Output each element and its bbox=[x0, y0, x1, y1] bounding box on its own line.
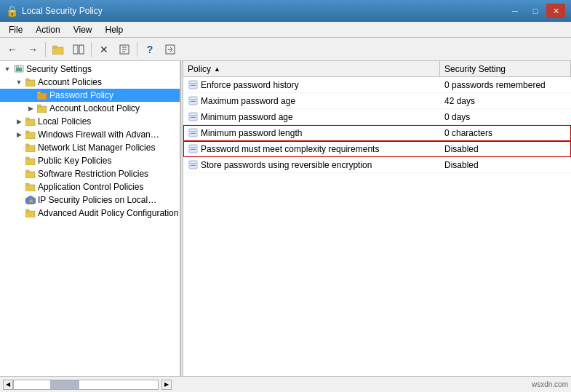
list-row-4[interactable]: Password must meet complexity requiremen… bbox=[183, 141, 571, 157]
close-button[interactable]: ✕ bbox=[546, 4, 565, 18]
svg-rect-33 bbox=[25, 211, 35, 217]
title-bar: 🔒 Local Security Policy ─ □ ✕ bbox=[0, 0, 571, 22]
setting-col-label: Security Setting bbox=[444, 64, 506, 74]
expand-security: ▼ bbox=[1, 63, 13, 76]
software-restriction-label: Software Restriction Policies bbox=[38, 169, 148, 179]
tree-item-network-list[interactable]: Network List Manager Policies bbox=[0, 141, 180, 154]
policy-icon-3 bbox=[188, 128, 198, 138]
expand-software-restriction bbox=[13, 167, 25, 180]
windows-firewall-icon bbox=[25, 129, 36, 140]
svg-rect-13 bbox=[25, 80, 35, 87]
tree-item-account-policies[interactable]: ▼ Account Policies bbox=[0, 76, 180, 89]
public-key-label: Public Key Policies bbox=[38, 156, 111, 166]
menu-view[interactable]: View bbox=[68, 22, 98, 37]
expand-advanced-audit bbox=[13, 207, 25, 220]
setting-value-2: 0 days bbox=[444, 112, 470, 122]
tree-item-software-restriction[interactable]: Software Restriction Policies bbox=[0, 167, 180, 180]
menu-file[interactable]: File bbox=[3, 22, 28, 37]
svg-rect-28 bbox=[25, 170, 29, 172]
policy-icon-0 bbox=[188, 80, 198, 90]
svg-rect-17 bbox=[37, 106, 47, 113]
tree-item-application-control[interactable]: Application Control Policies bbox=[0, 180, 180, 193]
setting-cell-5: Disabled bbox=[440, 160, 571, 170]
list-body: Enforce password history 0 passwords rem… bbox=[183, 77, 571, 376]
policy-cell-1: Maximum password age bbox=[183, 96, 440, 106]
account-policies-label: Account Policies bbox=[38, 77, 102, 87]
scroll-right-arrow[interactable]: ▶ bbox=[161, 380, 172, 390]
scroll-left-arrow[interactable]: ◀ bbox=[3, 380, 13, 390]
tree-item-public-key[interactable]: Public Key Policies bbox=[0, 154, 180, 167]
expand-public-key bbox=[13, 154, 25, 167]
policy-cell-3: Minimum password length bbox=[183, 128, 440, 138]
svg-rect-47 bbox=[189, 145, 197, 153]
forward-button[interactable]: → bbox=[23, 40, 42, 59]
delete-button[interactable]: ✕ bbox=[95, 40, 113, 59]
svg-rect-19 bbox=[25, 119, 35, 126]
app-icon: 🔒 bbox=[6, 5, 17, 17]
svg-rect-16 bbox=[37, 92, 41, 94]
list-row-5[interactable]: Store passwords using reversible encrypt… bbox=[183, 157, 571, 173]
tree-item-windows-firewall[interactable]: ▶ Windows Firewall with Advanced Secu... bbox=[0, 128, 180, 141]
folder-button[interactable] bbox=[49, 40, 68, 59]
back-button[interactable]: ← bbox=[3, 40, 22, 59]
policy-label-2: Minimum password age bbox=[201, 112, 293, 122]
properties-button[interactable] bbox=[115, 40, 134, 59]
setting-value-0: 0 passwords remembered bbox=[444, 80, 546, 90]
policy-icon-2 bbox=[188, 112, 198, 122]
account-policies-icon bbox=[25, 76, 36, 88]
list-panel: Policy ▲ Security Setting Enforce passwo… bbox=[183, 61, 571, 376]
security-settings-label: Security Settings bbox=[26, 64, 92, 74]
svg-rect-11 bbox=[16, 68, 22, 71]
tree-item-ip-security[interactable]: 🔒 IP Security Policies on Local Compute.… bbox=[0, 193, 180, 207]
policy-icon-1 bbox=[188, 96, 198, 106]
expand-account-policies: ▼ bbox=[13, 76, 25, 89]
help-button[interactable]: ? bbox=[140, 40, 159, 59]
svg-text:🔒: 🔒 bbox=[28, 198, 34, 204]
list-row-1[interactable]: Maximum password age 42 days bbox=[183, 93, 571, 109]
svg-rect-44 bbox=[189, 129, 197, 137]
policy-label-3: Minimum password length bbox=[201, 128, 302, 138]
list-header: Policy ▲ Security Setting bbox=[183, 61, 571, 77]
menu-help[interactable]: Help bbox=[100, 22, 129, 37]
svg-rect-24 bbox=[25, 144, 29, 146]
main-content: ▼ Security Settings ▼ Account Policies bbox=[0, 61, 571, 376]
tree-item-security-settings[interactable]: ▼ Security Settings bbox=[0, 63, 180, 76]
watermark: wsxdn.com bbox=[532, 380, 568, 388]
list-row-3[interactable]: Minimum password length 0 characters bbox=[183, 125, 571, 141]
toolbar-sep-3 bbox=[137, 42, 137, 57]
tree-item-advanced-audit[interactable]: Advanced Audit Policy Configuration bbox=[0, 207, 180, 220]
svg-rect-18 bbox=[37, 105, 41, 107]
policy-col-label: Policy bbox=[188, 64, 211, 74]
application-control-icon bbox=[25, 181, 36, 193]
list-row-2[interactable]: Minimum password age 0 days bbox=[183, 109, 571, 125]
svg-rect-20 bbox=[25, 118, 29, 120]
toolbar-sep-1 bbox=[45, 42, 46, 57]
svg-rect-35 bbox=[189, 81, 197, 89]
sort-arrow-policy: ▲ bbox=[214, 65, 220, 73]
network-list-label: Network List Manager Policies bbox=[38, 143, 155, 153]
expand-ip-security bbox=[13, 193, 25, 207]
svg-rect-23 bbox=[25, 145, 35, 152]
tree-item-local-policies[interactable]: ▶ Local Policies bbox=[0, 115, 180, 128]
menu-action[interactable]: Action bbox=[30, 22, 65, 37]
minimize-button[interactable]: ─ bbox=[506, 4, 524, 18]
ip-security-label: IP Security Policies on Local Compute... bbox=[38, 195, 158, 205]
advanced-audit-label: Advanced Audit Policy Configuration bbox=[38, 208, 178, 218]
svg-rect-38 bbox=[189, 97, 197, 105]
show-hide-button[interactable] bbox=[69, 40, 88, 59]
col-header-setting[interactable]: Security Setting bbox=[440, 61, 571, 76]
export-button[interactable] bbox=[161, 40, 180, 59]
policy-label-0: Enforce password history bbox=[201, 80, 299, 90]
svg-rect-22 bbox=[25, 131, 29, 133]
horizontal-scrollbar[interactable] bbox=[13, 380, 159, 390]
expand-local-policies: ▶ bbox=[13, 115, 25, 128]
tree-item-password-policy[interactable]: Password Policy bbox=[0, 89, 180, 102]
svg-rect-50 bbox=[189, 161, 197, 169]
tree-item-account-lockout[interactable]: ▶ Account Lockout Policy bbox=[0, 102, 180, 115]
maximize-button[interactable]: □ bbox=[526, 4, 545, 18]
col-header-policy[interactable]: Policy ▲ bbox=[183, 61, 440, 76]
list-row-0[interactable]: Enforce password history 0 passwords rem… bbox=[183, 77, 571, 93]
svg-rect-34 bbox=[25, 209, 29, 212]
account-lockout-icon bbox=[36, 103, 48, 114]
password-policy-icon bbox=[36, 89, 48, 101]
